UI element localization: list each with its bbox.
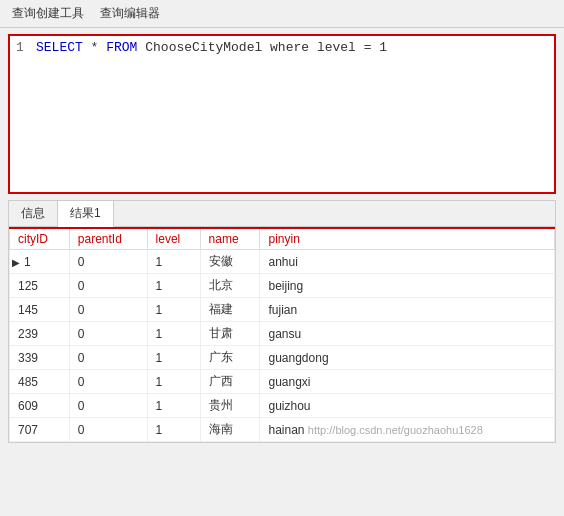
editor-area[interactable]: 1 SELECT * FROM ChooseCityModel where le… [8, 34, 556, 194]
results-table: cityID parentId level name pinyin ▶101安徽… [9, 227, 555, 442]
top-menu: 查询创建工具 查询编辑器 [0, 0, 564, 28]
cell-parentid: 0 [69, 274, 147, 298]
cell-pinyin: hainan http://blog.csdn.net/guozhaohu162… [260, 418, 555, 442]
cell-name: 安徽 [200, 250, 260, 274]
cell-cityid: 609 [10, 394, 70, 418]
table-row: 33901广东guangdong [10, 346, 555, 370]
cell-name: 福建 [200, 298, 260, 322]
cell-level: 1 [147, 346, 200, 370]
cell-cityid: 485 [10, 370, 70, 394]
cell-parentid: 0 [69, 418, 147, 442]
cell-name: 广东 [200, 346, 260, 370]
cell-level: 1 [147, 322, 200, 346]
where-keyword: where [270, 40, 309, 55]
table-row: 14501福建fujian [10, 298, 555, 322]
sql-condition: level = 1 [309, 40, 387, 55]
cell-name: 广西 [200, 370, 260, 394]
cell-name: 甘肃 [200, 322, 260, 346]
row-indicator-arrow: ▶ [12, 256, 20, 267]
cell-pinyin: fujian [260, 298, 555, 322]
tab-results[interactable]: 结果1 [58, 201, 114, 227]
tab-info[interactable]: 信息 [9, 201, 58, 226]
cell-cityid: 145 [10, 298, 70, 322]
from-keyword: FROM [106, 40, 137, 55]
table-name: ChooseCityModel [137, 40, 270, 55]
table-row: 12501北京beijing [10, 274, 555, 298]
cell-level: 1 [147, 250, 200, 274]
menu-item-query-builder[interactable]: 查询创建工具 [4, 2, 92, 25]
cell-parentid: 0 [69, 346, 147, 370]
cell-parentid: 0 [69, 370, 147, 394]
menu-item-query-editor[interactable]: 查询编辑器 [92, 2, 168, 25]
tabs-bar: 信息 结果1 [9, 201, 555, 227]
cell-name: 北京 [200, 274, 260, 298]
cell-pinyin: guizhou [260, 394, 555, 418]
editor-line-1: 1 SELECT * FROM ChooseCityModel where le… [16, 40, 548, 55]
bottom-panel: 信息 结果1 cityID parentId level name pinyin… [8, 200, 556, 443]
table-row: 23901甘肃gansu [10, 322, 555, 346]
col-header-cityid: cityID [10, 228, 70, 250]
cell-pinyin: guangdong [260, 346, 555, 370]
cell-parentid: 0 [69, 250, 147, 274]
cell-level: 1 [147, 418, 200, 442]
col-header-level: level [147, 228, 200, 250]
cell-parentid: 0 [69, 394, 147, 418]
cell-pinyin: gansu [260, 322, 555, 346]
cell-name: 海南 [200, 418, 260, 442]
line-number: 1 [16, 40, 36, 55]
cell-parentid: 0 [69, 298, 147, 322]
table-row: ▶101安徽anhui [10, 250, 555, 274]
cell-pinyin: guangxi [260, 370, 555, 394]
table-row: 48501广西guangxi [10, 370, 555, 394]
cell-cityid: 707 [10, 418, 70, 442]
cell-name: 贵州 [200, 394, 260, 418]
table-row: 70701海南hainan http://blog.csdn.net/guozh… [10, 418, 555, 442]
col-header-parentid: parentId [69, 228, 147, 250]
col-header-name: name [200, 228, 260, 250]
col-header-pinyin: pinyin [260, 228, 555, 250]
cell-level: 1 [147, 274, 200, 298]
cell-parentid: 0 [69, 322, 147, 346]
cell-level: 1 [147, 370, 200, 394]
select-keyword: SELECT [36, 40, 83, 55]
sql-star: * [83, 40, 106, 55]
cell-level: 1 [147, 298, 200, 322]
cell-pinyin: beijing [260, 274, 555, 298]
cell-cityid: 239 [10, 322, 70, 346]
cell-pinyin: anhui [260, 250, 555, 274]
cell-cityid: ▶1 [10, 250, 70, 274]
table-row: 60901贵州guizhou [10, 394, 555, 418]
cell-cityid: 125 [10, 274, 70, 298]
cell-level: 1 [147, 394, 200, 418]
sql-content: SELECT * FROM ChooseCityModel where leve… [36, 40, 387, 55]
cell-cityid: 339 [10, 346, 70, 370]
